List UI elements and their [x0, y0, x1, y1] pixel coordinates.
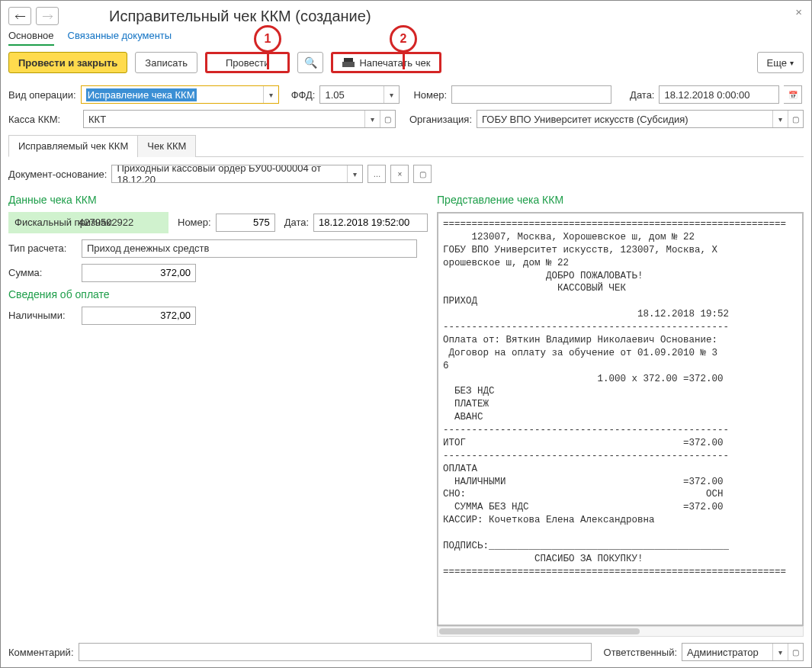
callout-1: 1	[254, 25, 281, 53]
ffd-select[interactable]: 1.05 ▾	[319, 85, 400, 104]
back-button[interactable]: 🡐	[8, 7, 31, 25]
dropdown-icon[interactable]: ▾	[772, 644, 788, 660]
fiscal-sign-box: Фискальный признак: 4279502922	[8, 212, 168, 233]
tab-linked-docs[interactable]: Связанные документы	[68, 30, 172, 46]
calendar-icon: 📅	[784, 86, 801, 103]
ffd-label: ФФД:	[291, 89, 316, 101]
kassa-select[interactable]: ККТ ▾ ▢	[83, 110, 396, 128]
forward-button[interactable]: 🡒	[36, 7, 59, 25]
tab-check[interactable]: Чек ККМ	[137, 135, 196, 157]
fiscal-sign-value: 4279502922	[79, 217, 133, 228]
printer-icon	[342, 58, 355, 67]
dropdown-icon[interactable]: ▾	[384, 86, 399, 103]
magnifier-icon: 🔍	[304, 56, 317, 69]
save-button[interactable]: Записать	[135, 52, 197, 73]
post-and-close-button[interactable]: Провести и закрыть	[8, 52, 127, 73]
receipt-scrollbar-h[interactable]	[437, 626, 804, 637]
doc-basis-select[interactable]: Приходный кассовый ордер БУ00-000004 от …	[111, 165, 363, 183]
callout-line-1	[267, 53, 269, 69]
calc-type-input[interactable]: Приход денежных средств	[82, 239, 417, 258]
kassa-label: Касса ККМ:	[8, 114, 79, 125]
post-button[interactable]: Провести	[205, 52, 290, 73]
tab-corrected-check[interactable]: Исправляемый чек ККМ	[8, 135, 138, 157]
section-payment-info: Сведения об оплате	[8, 288, 428, 300]
pick-button[interactable]: …	[367, 165, 386, 183]
tab-main[interactable]: Основное	[8, 30, 54, 46]
check-num-label: Номер:	[178, 217, 211, 228]
callout-line-2	[403, 53, 405, 69]
op-type-label: Вид операции:	[8, 89, 76, 101]
section-check-data: Данные чека ККМ	[8, 194, 428, 206]
page-title: Исправительный чек ККМ (создание)	[109, 8, 371, 25]
more-button[interactable]: Еще▾	[757, 52, 804, 73]
open-icon[interactable]: ▢	[380, 111, 395, 127]
receipt-text: ========================================…	[440, 215, 801, 582]
sum-label: Сумма:	[8, 267, 77, 278]
check-date-input[interactable]	[313, 214, 428, 232]
cash-input[interactable]	[82, 307, 196, 325]
org-label: Организация:	[409, 114, 472, 125]
sub-tabs: Исправляемый чек ККМ Чек ККМ	[8, 134, 804, 157]
org-select[interactable]: ГОБУ ВПО Университет искусств (Субсидия)…	[477, 110, 804, 128]
open-button[interactable]: ▢	[413, 165, 432, 183]
right-panel: Представление чека ККМ =================…	[437, 189, 804, 637]
open-icon[interactable]: ▢	[788, 644, 803, 660]
clear-button[interactable]: ×	[390, 165, 409, 183]
cash-label: Наличными:	[8, 310, 77, 321]
sum-input[interactable]	[82, 264, 196, 282]
responsible-select[interactable]: Администратор ▾ ▢	[682, 643, 804, 661]
check-num-input[interactable]	[216, 214, 275, 232]
search-button[interactable]: 🔍	[297, 52, 323, 73]
date-label: Дата:	[630, 89, 654, 101]
dropdown-icon[interactable]: ▾	[772, 111, 788, 127]
comment-input[interactable]	[79, 643, 592, 661]
left-panel: Данные чека ККМ Фискальный признак: 4279…	[8, 189, 428, 637]
number-input[interactable]	[451, 85, 611, 104]
callout-2: 2	[390, 25, 417, 53]
dropdown-icon[interactable]: ▾	[347, 165, 362, 182]
calc-type-label: Тип расчета:	[8, 242, 77, 254]
fiscal-sign-label: Фискальный признак:	[14, 217, 74, 229]
date-input[interactable]: 18.12.2018 0:00:00	[659, 85, 779, 104]
window-frame: × 🡐 🡒 Исправительный чек ККМ (создание) …	[0, 0, 812, 668]
responsible-label: Ответственный:	[604, 647, 677, 658]
op-type-select[interactable]: Исправление чека ККМ ▾	[81, 85, 279, 104]
calendar-button[interactable]: 📅	[784, 85, 802, 104]
print-check-button[interactable]: Напечатать чек	[331, 52, 441, 73]
section-check-view: Представление чека ККМ	[437, 194, 804, 206]
open-icon[interactable]: ▢	[788, 111, 803, 127]
check-date-label: Дата:	[284, 217, 309, 228]
doc-basis-label: Документ-основание:	[8, 169, 107, 180]
dropdown-icon[interactable]: ▾	[364, 111, 380, 127]
number-label: Номер:	[413, 89, 447, 101]
close-icon[interactable]: ×	[795, 5, 802, 18]
comment-label: Комментарий:	[8, 647, 74, 658]
dropdown-icon[interactable]: ▾	[263, 86, 278, 103]
receipt-viewer[interactable]: ========================================…	[437, 212, 804, 626]
